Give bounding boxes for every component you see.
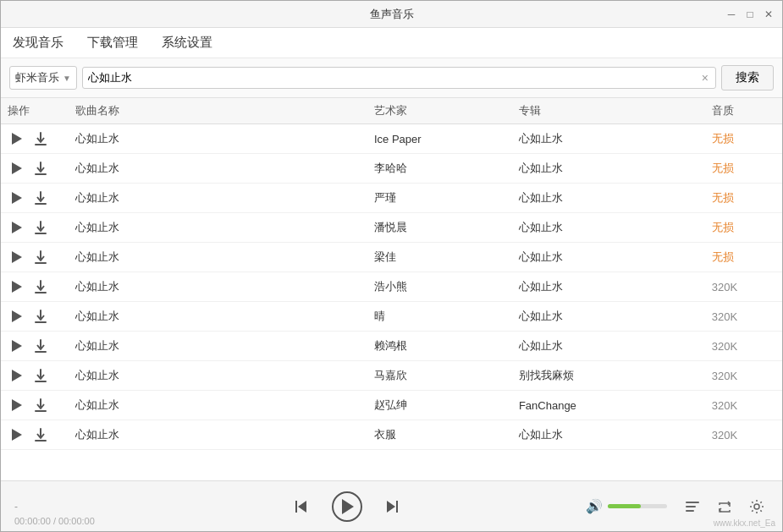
row-download-button[interactable]: [31, 248, 50, 266]
row-play-button[interactable]: [8, 396, 26, 414]
row-actions: [1, 302, 69, 332]
svg-rect-13: [686, 510, 694, 512]
player-bar: - 🔊: [1, 480, 782, 531]
prev-button[interactable]: [288, 493, 315, 520]
table-row: 心如止水 严瑾 心如止水 无损: [1, 184, 782, 213]
player-dash: -: [14, 501, 18, 513]
player-extra-controls: [681, 495, 769, 518]
svg-point-14: [754, 504, 759, 509]
row-download-button[interactable]: [31, 337, 50, 355]
search-input[interactable]: [88, 72, 700, 85]
row-artist: 梁佳: [367, 243, 512, 272]
row-play-button[interactable]: [8, 159, 26, 178]
row-quality: 320K: [705, 332, 782, 361]
row-quality: 无损: [705, 213, 782, 243]
row-download-button[interactable]: [31, 366, 50, 385]
main-window: 鱼声音乐 ─ □ ✕ 发现音乐 下载管理 系统设置 虾米音乐 ▼ × 搜索 操作: [0, 0, 783, 532]
table-row: 心如止水 衣服 心如止水 320K: [1, 420, 782, 450]
row-artist: 潘悦晨: [367, 213, 512, 243]
row-actions: [1, 184, 69, 213]
playback-controls: [116, 491, 577, 522]
row-download-button[interactable]: [31, 218, 50, 237]
col-header-quality: 音质: [705, 98, 782, 124]
restore-button[interactable]: □: [743, 8, 757, 21]
play-icon: [12, 281, 22, 293]
volume-fill: [608, 504, 641, 508]
row-play-button[interactable]: [8, 337, 26, 355]
title-controls: ─ □ ✕: [725, 8, 775, 21]
play-icon: [12, 399, 22, 411]
row-quality: 320K: [705, 361, 782, 391]
row-title: 心如止水: [69, 243, 367, 272]
play-pause-button[interactable]: [332, 491, 362, 522]
source-selector[interactable]: 虾米音乐 ▼: [9, 66, 77, 90]
row-actions: [1, 124, 69, 154]
play-icon: [12, 192, 22, 204]
row-play-button[interactable]: [8, 307, 26, 326]
col-header-title: 歌曲名称: [69, 98, 367, 124]
repeat-icon[interactable]: [713, 495, 736, 518]
row-actions: [1, 332, 69, 361]
search-bar: 虾米音乐 ▼ × 搜索: [1, 58, 782, 98]
menu-discover[interactable]: 发现音乐: [11, 31, 65, 54]
row-play-button[interactable]: [8, 425, 26, 444]
row-title: 心如止水: [69, 391, 367, 420]
row-actions: [1, 213, 69, 243]
row-actions: [1, 272, 69, 302]
play-icon: [12, 340, 22, 352]
title-bar: 鱼声音乐 ─ □ ✕: [1, 1, 782, 28]
row-download-button[interactable]: [31, 277, 50, 296]
results-table-container: 操作 歌曲名称 艺术家 专辑 音质: [1, 98, 782, 480]
row-album: 心如止水: [512, 184, 705, 213]
row-title: 心如止水: [69, 213, 367, 243]
row-artist: 衣服: [367, 420, 512, 450]
row-play-button[interactable]: [8, 248, 26, 266]
dropdown-arrow-icon: ▼: [63, 74, 71, 83]
row-title: 心如止水: [69, 154, 367, 184]
row-download-button[interactable]: [31, 425, 50, 444]
row-play-button[interactable]: [8, 189, 26, 207]
row-artist: 严瑾: [367, 184, 512, 213]
row-download-button[interactable]: [31, 159, 50, 178]
row-actions: [1, 420, 69, 450]
player-time: -: [14, 501, 116, 513]
row-album: 心如止水: [512, 213, 705, 243]
minimize-button[interactable]: ─: [725, 8, 738, 21]
next-button[interactable]: [379, 493, 406, 520]
table-header-row: 操作 歌曲名称 艺术家 专辑 音质: [1, 98, 782, 124]
menu-downloads[interactable]: 下载管理: [85, 31, 140, 54]
svg-rect-12: [686, 506, 696, 507]
row-artist: 赖鸿根: [367, 332, 512, 361]
row-play-button[interactable]: [8, 218, 26, 237]
row-actions: [1, 391, 69, 420]
table-row: 心如止水 赖鸿根 心如止水 320K: [1, 332, 782, 361]
row-play-button[interactable]: [8, 277, 26, 296]
row-play-button[interactable]: [8, 366, 26, 385]
row-download-button[interactable]: [31, 396, 50, 414]
row-album: 心如止水: [512, 124, 705, 154]
row-artist: Ice Paper: [367, 124, 512, 154]
row-title: 心如止水: [69, 124, 367, 154]
settings-icon[interactable]: [745, 495, 769, 518]
play-icon: [12, 222, 22, 233]
playlist-icon[interactable]: [681, 495, 704, 518]
row-download-button[interactable]: [31, 129, 50, 148]
search-button[interactable]: 搜索: [721, 65, 774, 90]
table-row: 心如止水 晴 心如止水 320K: [1, 302, 782, 332]
row-download-button[interactable]: [31, 189, 50, 207]
row-quality: 320K: [705, 391, 782, 420]
menu-bar: 发现音乐 下载管理 系统设置: [1, 28, 782, 58]
prev-icon: [295, 501, 306, 513]
close-button[interactable]: ✕: [762, 8, 775, 21]
row-play-button[interactable]: [8, 129, 26, 148]
row-quality: 无损: [705, 124, 782, 154]
search-input-container: ×: [82, 67, 716, 89]
volume-bar[interactable]: [608, 504, 667, 508]
menu-settings[interactable]: 系统设置: [160, 31, 214, 54]
row-album: 心如止水: [512, 302, 705, 332]
search-clear-button[interactable]: ×: [700, 71, 710, 85]
row-title: 心如止水: [69, 420, 367, 450]
row-download-button[interactable]: [31, 307, 50, 326]
results-table: 操作 歌曲名称 艺术家 专辑 音质: [1, 98, 782, 450]
volume-icon[interactable]: 🔊: [586, 498, 603, 514]
